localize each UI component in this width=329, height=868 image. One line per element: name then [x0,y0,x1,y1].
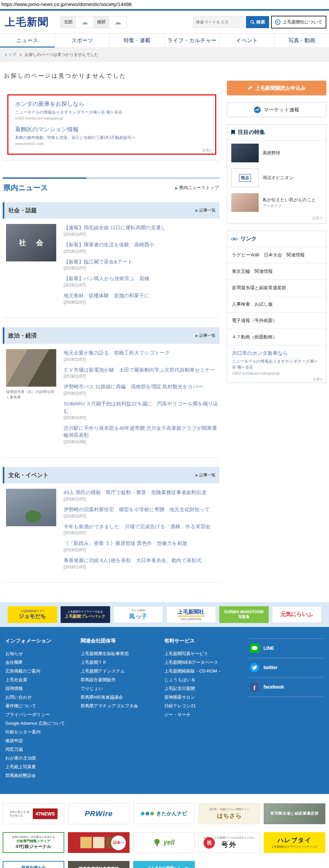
footer-link[interactable]: 群馬県NIE推進協議会 [81,693,164,702]
tab-sports[interactable]: スポーツ [55,34,109,47]
weather-north[interactable]: 北部 ☁ [61,17,93,28]
footer-link[interactable]: わが家の主治医 [5,754,81,763]
featured-item-shiten-opinion[interactable]: 視点 視点オピニオン [227,165,326,190]
footer-link[interactable]: ジー・サーチ [164,710,249,719]
footer-link[interactable]: 同窓万歳 [5,745,81,754]
ad-mansion[interactable]: 葛飾区のマンション情報 多数の物件掲載、特集も充実。安心と信頼の三菱UFJ不動産… [15,126,208,146]
banner-gunma-bar-association[interactable]: 群馬弁護士会 弁護士情報検索システム [3,861,64,868]
news-link[interactable]: 養蚕発展に功績 6人1校を表彰 大日本蚕糸会、都内で表彰式 [64,557,220,564]
footer-link[interactable]: 群馬政経懇話会 [5,771,81,780]
news-item[interactable]: 【新着】パン職人から技術学ぶ 前橋 [2019/11/07] [64,275,220,287]
partner-gunma-marathon[interactable]: GUNMA MARATHON 写真集 [219,606,269,623]
footer-link[interactable]: 上毛新聞縮刷版－CD-ROM－ [164,667,249,676]
footer-link[interactable]: 群馬県アマチュアゴルフ大会 [81,702,164,710]
tab-life-culture[interactable]: ライフ・カルチャー [164,34,219,47]
ad-title[interactable]: ホンダの新車をお探しなら [15,100,208,108]
banner-47-gyosei-journal[interactable]: 全国の新聞社と共同通信が提供する 行政専門情報メディア 47行政ジャーナル [3,832,64,853]
sidebar-link-47-video[interactable]: ４７動画（紙面動画） [227,329,326,345]
sns-facebook[interactable]: f facebook [249,678,324,697]
news-item[interactable]: 伊勢崎の旧森村家住宅 模型を小学校に寄贈 地元文化財知って [2019/11/0… [64,506,220,519]
news-link[interactable]: 《「影踏み」密着 ５》篠原哲雄 異色作 想像力を刺激 [64,539,220,547]
footer-link[interactable]: 上毛新聞厚生福祉事業団 [81,649,164,658]
featured-label[interactable]: 私が伝えたい乳がんのこと [263,196,316,203]
footer-link[interactable]: 著作権について [5,702,81,710]
footer-link[interactable]: 上毛新聞ＴＲ [81,658,164,667]
footer-link[interactable]: お知らせ [5,649,81,658]
banner-silk-heritage[interactable]: 富岡製糸場と絹産業遺産群 [264,803,325,824]
banner-prwire[interactable]: PRWire [68,803,130,824]
news-link[interactable]: SUBARU ３月期予想は純利益22％減に 円高やリコール費を織り込む [64,400,220,415]
news-item[interactable]: 地元食材 収穫体験 老舗の和菓子に [2019/11/07] [64,292,220,305]
society-thumbnail[interactable]: 社 会 [6,224,56,261]
footer-link[interactable]: 上毛記念日新聞 [164,684,249,693]
kennai-top-link[interactable]: ▶県内ニューストップ [175,185,219,191]
politics-thumbnail[interactable] [6,349,56,386]
news-item[interactable]: 地元企業が魅力語る 前橋工科大でシゴトーク [2019/11/07] [64,349,220,362]
news-item[interactable]: 43人 県民の模範 県庁で叙勲・褒章・危険業務従事者叙勲伝達 [2019/11/… [64,489,220,501]
news-link[interactable]: 【新着】障害者の生活を体験 高崎西小 [64,241,220,248]
news-link[interactable]: 地元企業が魅力語る 前橋工科大でシゴトーク [64,349,220,356]
news-item[interactable]: 今年も新酒ができました 川場で完成告げる「酒林」作る実習会 [2019/11/0… [64,523,220,536]
ad-title[interactable]: 川口市のホンダ新車なら [232,350,321,356]
footer-link[interactable]: 広告掲載のご案内 [5,667,81,676]
featured-item-breast-cancer[interactable]: 私が伝えたい乳がんのこと アーカイブ [227,190,326,215]
sidebar-link-jinji-search[interactable]: 人事検索 お試し版 [227,296,326,313]
news-link[interactable]: 今年も新酒ができました 川場で完成告げる「酒林」作る実習会 [64,523,220,530]
sidebar-ad-honda[interactable]: 川口市のホンダ新車なら ニューモデルの情報ありますホンダカーズ鳩ヶ谷 鳩ヶ谷店 … [227,345,326,383]
sidebar-link-tomioka-silk[interactable]: 富岡製糸場と絹産業遺産群 [227,280,326,296]
featured-item-koko-yakyu[interactable]: 高校野球 [227,141,326,165]
site-logo[interactable]: 上毛新聞 [5,15,49,29]
footer-link[interactable]: 上毛新聞アドシステム [81,667,164,676]
news-item[interactable]: 渋川駅に手作り座布団を40年超寄贈 渋川女子高家庭クラブが関東運輸局長表彰 [2… [64,425,220,444]
news-link[interactable]: 43人 県民の模範 県庁で叙勲・褒章・危険業務従事者叙勲伝達 [64,489,220,496]
ad-label[interactable]: 広告 ▷ [313,377,323,382]
footer-link[interactable]: 群馬綜合新聞販売 [81,676,164,684]
about-company-button[interactable]: ▶ 上毛新聞社について [271,16,326,28]
footer-link[interactable]: 上毛社会賞 [5,676,81,684]
partner-kazakko[interactable]: 子ども新聞 風っ子 [113,606,163,623]
banner-47news[interactable]: 日本が見える 地方が見える 47NEWS [3,803,64,824]
banner-hachisara[interactable]: 北関東・信越のグルメ情報サイト はちさら [198,803,260,824]
culture-thumbnail[interactable] [6,489,56,526]
news-item[interactable]: 【新着】障害者の生活を体験 高崎西小 [2019/11/07] [64,241,220,254]
ad-label[interactable]: 広告 ▷ [227,215,326,223]
partner-jomodachi[interactable]: 上毛新聞読者クラブ ジョモだち [8,606,57,623]
banner-yell[interactable]: yell [133,832,195,853]
partner-playback[interactable]: 上毛新聞ライブラリーでみる 上毛新聞プレーバック [61,606,110,623]
news-link[interactable]: 渋川駅に手作り座布団を40年超寄贈 渋川女子高家庭クラブが関東運輸局長表彰 [64,425,220,439]
footer-link[interactable]: 採用情報 [5,684,81,693]
banner-food-collage[interactable]: 日本一 [68,832,130,853]
banner-gogai[interactable]: 祝 お祝いごとの新聞づくりはお任せください 号外 [198,832,260,853]
tab-events[interactable]: イベント [219,34,274,47]
footer-link[interactable]: じょうもばいる [164,676,249,684]
news-item[interactable]: 伊勢崎市バス 11路線に再編 境南部を増設 島村観光をカバー [2019/11/… [64,383,220,396]
ad-honda[interactable]: ホンダの新車をお探しなら ニューモデルの情報ありますホンダカーズ鳩ヶ谷 鳩ヶ谷店… [15,100,208,120]
breadcrumb-home[interactable]: トップ [4,52,17,58]
footer-link[interactable]: お問い合わせ [5,693,81,702]
footer-link[interactable]: 会社概要 [5,658,81,667]
tab-news[interactable]: ニュース [0,34,55,47]
weather-south[interactable]: 南部 ☁ [93,17,127,28]
footer-link[interactable]: 上毛紙上写真展 [5,763,81,771]
market-report-button[interactable]: マーケット速報 [227,102,326,117]
footer-link[interactable]: でりじょい [81,684,164,693]
news-link[interactable]: 【新着】臨江閣で茶会&アート [64,258,220,266]
search-input[interactable] [193,17,244,28]
sidebar-link-rugby[interactable]: ラグビーＷ杯 日本大会 関連情報 [227,247,326,264]
sns-line[interactable]: LINE [249,638,324,658]
article-list-link[interactable]: ▶記事一覧 [195,333,216,338]
banner-gunma-eco[interactable]: ぐんまから地球へ！ ぐんまエコ活動!2019 [133,861,195,868]
footer-link[interactable]: 後援申請 [5,737,81,745]
sns-twitter[interactable]: twitter [249,658,324,678]
footer-link[interactable]: Google Adsence 広告について [5,719,81,728]
news-item[interactable]: 養蚕発展に功績 6人1校を表彰 大日本蚕糸会、都内で表彰式 [2019/11/0… [64,557,220,569]
news-link[interactable]: 【新着】パン職人から技術学ぶ 前橋 [64,275,220,282]
news-link[interactable]: ＥＶ市場は新電池が鍵 太田で最新動向学ぶ次世代自動車セミナー [64,366,220,374]
news-item[interactable]: ＥＶ市場は新電池が鍵 太田で最新動向学ぶ次世代自動車セミナー [2019/11/… [64,366,220,379]
footer-link[interactable]: 上毛新聞写真サービス [164,649,249,658]
tab-photo-video[interactable]: 写真・動画 [274,34,329,47]
banner-kitakan-navi[interactable]: きたかんナビ [133,803,195,824]
partner-publishing[interactable]: 上毛新聞社 your publishing [166,606,216,623]
news-link[interactable]: 伊勢崎の旧森村家住宅 模型を小学校に寄贈 地元文化財知って [64,506,220,513]
subscribe-button[interactable]: 上毛新聞購読お申込み [227,81,326,95]
